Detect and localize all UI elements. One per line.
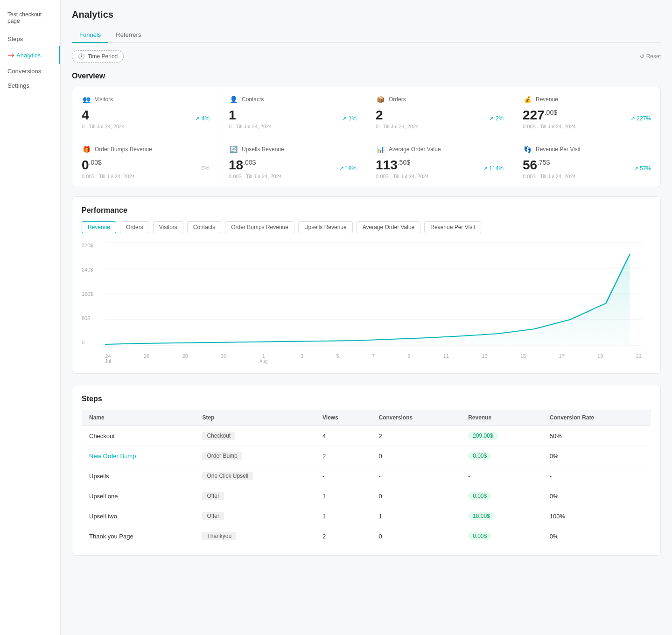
overview-card: 👥 Visitors 4 ↗ 4% 0 - Till Jul 24, 2024 — [72, 87, 219, 137]
table-header-conversion-rate: Conversion Rate — [542, 410, 651, 426]
chart-inner — [105, 243, 642, 345]
y-label: 320$ — [82, 243, 93, 248]
card-value-row: 1 ↗ 1% — [229, 109, 357, 122]
table-row: Thank you PageThankyou200.00$0% — [82, 526, 651, 546]
reset-button[interactable]: ↺ Reset — [640, 53, 661, 60]
step-type: Offer — [195, 486, 315, 506]
sidebar-item-conversions[interactable]: Conversions — [0, 64, 60, 78]
card-date: 0 - Till Jul 24, 2024 — [376, 124, 504, 129]
y-label: 240$ — [82, 267, 93, 272]
revenue-badge: 0.00$ — [468, 492, 491, 500]
filter-bar: 🕐 Time Period ↺ Reset — [72, 50, 661, 63]
performance-title: Performance — [82, 206, 651, 215]
card-date: 0.00$ - Till Jul 24, 2024 — [523, 124, 651, 129]
steps-title: Steps — [82, 395, 651, 403]
table-row: CheckoutCheckout42209.00$50% — [82, 426, 651, 446]
card-value: 1 — [229, 109, 236, 122]
perf-tab-order-bumps-revenue[interactable]: Order Bumps Revenue — [225, 221, 294, 233]
step-conversions: - — [371, 466, 461, 486]
card-header: 💰 Revenue — [523, 95, 651, 104]
card-header: 👣 Revenue Per Visit — [523, 145, 651, 154]
step-name[interactable]: New Order Bump — [82, 446, 195, 466]
perf-tab-revenue[interactable]: Revenue — [82, 221, 116, 233]
card-value-sup: .00$ — [89, 159, 102, 166]
tab-referrers[interactable]: Referrers — [108, 28, 148, 43]
overview-title: Overview — [72, 72, 661, 80]
perf-tab-contacts[interactable]: Contacts — [187, 221, 221, 233]
table-row: New Order BumpOrder Bump200.00$0% — [82, 446, 651, 466]
step-name: Upsell two — [82, 506, 195, 526]
step-type: One Click Upsell — [195, 466, 315, 486]
step-conversion-rate: 50% — [542, 426, 651, 446]
card-label: Average Order Value — [389, 146, 441, 153]
step-name: Thank you Page — [82, 526, 195, 546]
step-badge: Offer — [202, 512, 224, 520]
overview-card: 🔄 Upsells Revenue 18.00$ ↗ 18% 0.00$ - T… — [219, 137, 366, 187]
overview-card: 💰 Revenue 227.00$ ↗ 227% 0.00$ - Till Ju… — [513, 87, 660, 137]
card-value-row: 18.00$ ↗ 18% — [229, 159, 357, 172]
x-label: 1Aug — [259, 353, 268, 364]
card-value: 4 — [82, 109, 89, 122]
step-conversions: 1 — [371, 506, 461, 526]
x-label: 17 — [559, 353, 565, 364]
performance-tabs: RevenueOrdersVisitorsContactsOrder Bumps… — [82, 221, 651, 233]
step-conversions: 0 — [371, 526, 461, 546]
overview-section: Overview 👥 Visitors 4 ↗ 4% 0 - Till Jul … — [72, 72, 661, 187]
card-date: 0.00$ - Till Jul 24, 2024 — [376, 174, 504, 179]
card-header: 📦 Orders — [376, 95, 504, 104]
sidebar-title: Test checkout page — [0, 7, 60, 32]
card-value-row: 56.75$ ↗ 57% — [523, 159, 651, 172]
card-icon: 💰 — [523, 95, 532, 104]
sidebar-item-steps[interactable]: Steps — [0, 32, 60, 46]
card-header: 🔄 Upsells Revenue — [229, 145, 357, 154]
step-badge: One Click Upsell — [202, 472, 253, 480]
card-icon: 👤 — [229, 95, 238, 104]
perf-tab-orders[interactable]: Orders — [120, 221, 149, 233]
chart-y-labels: 320$240$160$80$0 — [82, 243, 93, 345]
table-header-views: Views — [315, 410, 371, 426]
card-icon: 📦 — [376, 95, 385, 104]
perf-tab-average-order-value[interactable]: Average Order Value — [357, 221, 421, 233]
conversions-label: Conversions — [7, 68, 41, 75]
main-content: Analytics Funnels Referrers 🕐 Time Perio… — [61, 0, 672, 635]
step-conversion-rate: - — [542, 466, 651, 486]
x-label: 3 — [301, 353, 303, 364]
card-change: ↗ 114% — [483, 165, 504, 172]
card-label: Revenue — [536, 96, 558, 103]
step-revenue: 18.00$ — [461, 506, 542, 526]
card-icon: 👥 — [82, 95, 91, 104]
card-change: 0% — [202, 165, 210, 172]
table-row: Upsell twoOffer1118.00$100% — [82, 506, 651, 526]
tab-funnels[interactable]: Funnels — [72, 28, 108, 43]
perf-tab-revenue-per-visit[interactable]: Revenue Per Visit — [424, 221, 481, 233]
revenue-badge: 0.00$ — [468, 532, 491, 540]
perf-tab-visitors[interactable]: Visitors — [153, 221, 183, 233]
table-header-name: Name — [82, 410, 195, 426]
card-value-row: 227.00$ ↗ 227% — [523, 109, 651, 122]
table-row: UpsellsOne Click Upsell---- — [82, 466, 651, 486]
overview-card: 👤 Contacts 1 ↗ 1% 0 - Till Jul 24, 2024 — [219, 87, 366, 137]
card-change: ↗ 2% — [489, 115, 504, 122]
step-conversions: 0 — [371, 446, 461, 466]
card-label: Contacts — [242, 96, 264, 103]
step-revenue: - — [461, 466, 542, 486]
card-header: 📊 Average Order Value — [376, 145, 504, 154]
y-label: 80$ — [82, 315, 93, 321]
chart-area: 320$240$160$80$0 — [82, 243, 651, 364]
card-label: Revenue Per Visit — [536, 146, 581, 153]
x-label: 15 — [520, 353, 526, 364]
revenue-badge: 0.00$ — [468, 452, 491, 460]
sidebar-item-analytics[interactable]: ↗ Analytics — [0, 46, 60, 64]
step-badge: Thankyou — [202, 532, 236, 540]
overview-grid: 👥 Visitors 4 ↗ 4% 0 - Till Jul 24, 2024 … — [72, 87, 661, 187]
card-value: 113.50$ — [376, 159, 410, 172]
card-change: ↗ 18% — [339, 165, 357, 172]
perf-tab-upsells-revenue[interactable]: Upsells Revenue — [298, 221, 353, 233]
time-period-button[interactable]: 🕐 Time Period — [72, 50, 124, 63]
card-icon: 🎁 — [82, 145, 91, 154]
step-conversion-rate: 0% — [542, 446, 651, 466]
main-tabs: Funnels Referrers — [72, 28, 661, 43]
step-name: Upsell one — [82, 486, 195, 506]
sidebar-item-settings[interactable]: Settings — [0, 78, 60, 93]
step-views: 2 — [315, 526, 371, 546]
